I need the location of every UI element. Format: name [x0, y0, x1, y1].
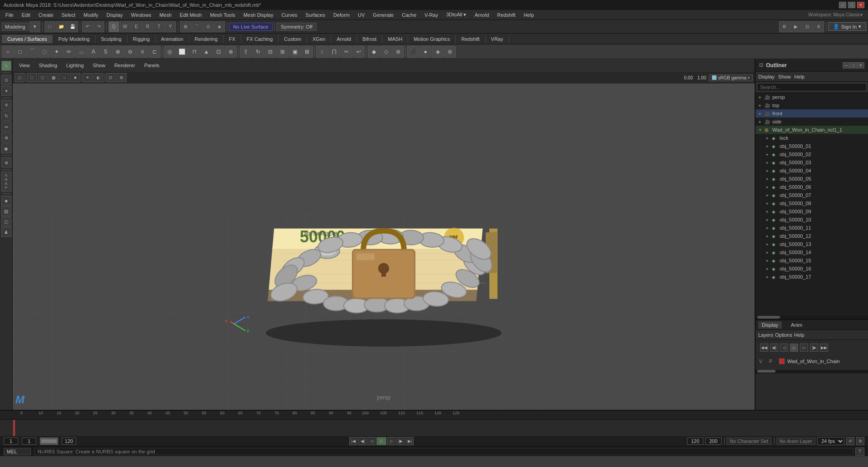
- show-manip-btn[interactable]: Y: [165, 21, 176, 32]
- tree-item-obj15[interactable]: ▸ ◈ obj_50000_15: [756, 256, 868, 265]
- nurbs-cylinder-btn[interactable]: ⊓: [188, 46, 200, 58]
- tab-mash[interactable]: MASH: [382, 35, 408, 43]
- next-keyframe-btn[interactable]: |▶: [396, 437, 405, 445]
- timeline-ruler[interactable]: 5 10 15 20 25 30 35 40 45 50 55 60 65 70…: [0, 411, 868, 420]
- layer-visibility[interactable]: V: [759, 359, 766, 364]
- lasso-select-btn[interactable]: ⊙: [1, 75, 11, 85]
- tab-redshift[interactable]: Redshift: [456, 35, 485, 43]
- menu-surfaces[interactable]: Surfaces: [302, 11, 329, 19]
- outliner-hscroll[interactable]: [756, 315, 868, 319]
- menu-file[interactable]: File: [2, 11, 17, 19]
- open-scene-btn[interactable]: 📁: [56, 21, 67, 32]
- poly-cube-btn[interactable]: ⬛: [407, 46, 419, 58]
- menu-modify[interactable]: Modify: [80, 11, 102, 19]
- tree-item-side[interactable]: ▸ 🎥 side: [756, 118, 868, 126]
- layer-step-prev-btn[interactable]: ◀|: [770, 344, 778, 352]
- tree-item-front[interactable]: ▸ 🎥 front: [756, 109, 868, 118]
- display-tab[interactable]: Display: [758, 321, 782, 329]
- tree-item-obj3[interactable]: ▸ ◈ obj_50000_03: [756, 158, 868, 167]
- script-mode-btn[interactable]: MEL: [4, 448, 31, 455]
- snap-group-btn[interactable]: SNAP: [1, 172, 11, 192]
- menu-display[interactable]: Display: [103, 11, 127, 19]
- tree-item-obj1[interactable]: ▸ ◈ obj_50000_01: [756, 142, 868, 150]
- arc-tools-btn[interactable]: ⌓: [75, 46, 87, 58]
- tree-item-group[interactable]: ▾ ⊞ Wad_of_Won_in_Chain_ncl1_1: [756, 126, 868, 134]
- layer-prev-btn[interactable]: ◀◀: [760, 344, 768, 352]
- stitch-btn[interactable]: ⊛: [392, 46, 404, 58]
- menu-cache[interactable]: Cache: [398, 11, 420, 19]
- intersect-btn[interactable]: ⋂: [328, 46, 340, 58]
- menu-deform[interactable]: Deform: [330, 11, 353, 19]
- redo-btn[interactable]: ↷: [93, 21, 104, 32]
- hscroll-thumb[interactable]: [757, 316, 780, 319]
- snap-grid-btn[interactable]: ⊞: [180, 21, 191, 32]
- pencil-curve-btn[interactable]: ✏: [63, 46, 75, 58]
- tree-item-obj8[interactable]: ▸ ◈ obj_50000_08: [756, 199, 868, 207]
- outliner-display-menu[interactable]: Display: [758, 74, 775, 79]
- tree-item-obj10[interactable]: ▸ ◈ obj_50000_10: [756, 216, 868, 224]
- move-btn[interactable]: W: [120, 21, 131, 32]
- menu-curves[interactable]: Curves: [278, 11, 301, 19]
- tree-item-obj14[interactable]: ▸ ◈ obj_50000_14: [756, 248, 868, 256]
- timeline-max-input[interactable]: [705, 438, 722, 445]
- scale-btn[interactable]: R: [142, 21, 153, 32]
- vp-resolution-gate-btn[interactable]: ⊡: [106, 73, 116, 82]
- help-line-btn[interactable]: ?: [855, 447, 864, 456]
- tb-btn-1[interactable]: ▼: [29, 21, 40, 32]
- vp-shadows-btn[interactable]: ◐: [93, 73, 103, 82]
- menu-generate[interactable]: Generate: [369, 11, 397, 19]
- options-menu-item[interactable]: Options: [775, 332, 792, 338]
- mode-dropdown[interactable]: Modeling: [2, 23, 29, 31]
- vp-renderer-menu[interactable]: Renderer: [111, 62, 139, 69]
- nurbs-curve-btn[interactable]: ⌒: [26, 46, 38, 58]
- color-space-dropdown[interactable]: sRGB gamma ▾: [709, 74, 753, 81]
- nurbs-square-btn[interactable]: □: [14, 46, 26, 58]
- menu-create[interactable]: Create: [35, 11, 57, 19]
- layer-step-next-btn[interactable]: |▶: [810, 344, 818, 352]
- extra-btn-1[interactable]: ◈: [432, 46, 444, 58]
- menu-redshift[interactable]: Redshift: [493, 11, 519, 19]
- render-settings-btn[interactable]: ⚙: [779, 21, 790, 32]
- pose-editor-btn[interactable]: ♟: [1, 227, 11, 237]
- no-live-surface-btn[interactable]: No Live Surface: [229, 23, 273, 31]
- move-tool-btn[interactable]: ✛: [1, 100, 11, 110]
- outliner-maximize-btn[interactable]: □: [850, 62, 857, 69]
- menu-mesh-display[interactable]: Mesh Display: [240, 11, 277, 19]
- menu-mesh-tools[interactable]: Mesh Tools: [206, 11, 239, 19]
- edit-nurbs-btn[interactable]: ◆: [368, 46, 380, 58]
- open-close-curves-btn[interactable]: ⊏: [149, 46, 161, 58]
- detach-curves-btn[interactable]: ⊖: [124, 46, 136, 58]
- sculpt-btn[interactable]: ⊗: [1, 157, 11, 167]
- layers-scroll-thumb[interactable]: [757, 370, 775, 373]
- tree-item-obj2[interactable]: ▸ ◈ obj_50000_02: [756, 150, 868, 158]
- vp-flat-btn[interactable]: ■: [70, 73, 80, 82]
- vp-lighting-menu[interactable]: Lighting: [63, 62, 88, 69]
- tree-item-obj6[interactable]: ▸ ◈ obj_50000_06: [756, 183, 868, 191]
- outliner-tree[interactable]: ▸ 🎥 persp ▸ 🎥 top ▸ 🎥 front ▸ 🎥 side: [756, 93, 868, 315]
- tree-item-obj9[interactable]: ▸ ◈ obj_50000_09: [756, 207, 868, 216]
- last-tool-btn[interactable]: T: [154, 21, 165, 32]
- symmetry-btn[interactable]: Symmetry: Off: [277, 23, 317, 31]
- tree-item-obj13[interactable]: ▸ ◈ obj_50000_13: [756, 240, 868, 248]
- nurbs-cube-btn[interactable]: ⬜: [176, 46, 188, 58]
- outliner-minimize-btn[interactable]: ─: [843, 62, 850, 69]
- play-btn[interactable]: ▷: [376, 437, 386, 445]
- paint-select-btn[interactable]: ✦: [1, 86, 11, 96]
- menu-select[interactable]: Select: [58, 11, 79, 19]
- tab-xgen[interactable]: XGen: [307, 35, 331, 43]
- bezier-curve-btn[interactable]: ✦: [51, 46, 63, 58]
- next-frame-btn[interactable]: ▷: [387, 437, 395, 445]
- vp-smooth-btn[interactable]: ○: [59, 73, 69, 82]
- vp-show-menu[interactable]: Show: [89, 62, 109, 69]
- tab-poly-modeling[interactable]: Poly Modeling: [53, 35, 95, 43]
- tab-curves-surfaces[interactable]: Curves / Surfaces: [2, 35, 53, 43]
- undo-btn[interactable]: ↶: [82, 21, 93, 32]
- snap-curve-btn[interactable]: ⌒: [191, 21, 202, 32]
- tree-item-lock[interactable]: ▸ ◈ lock: [756, 134, 868, 142]
- tree-item-top[interactable]: ▸ 🎥 top: [756, 101, 868, 109]
- select-btn[interactable]: Q: [108, 21, 119, 32]
- attach-curves-btn[interactable]: ⊕: [112, 46, 124, 58]
- tree-item-persp[interactable]: ▸ 🎥 persp: [756, 93, 868, 101]
- poly-sphere-btn[interactable]: ●: [419, 46, 431, 58]
- svg-btn[interactable]: S: [100, 46, 112, 58]
